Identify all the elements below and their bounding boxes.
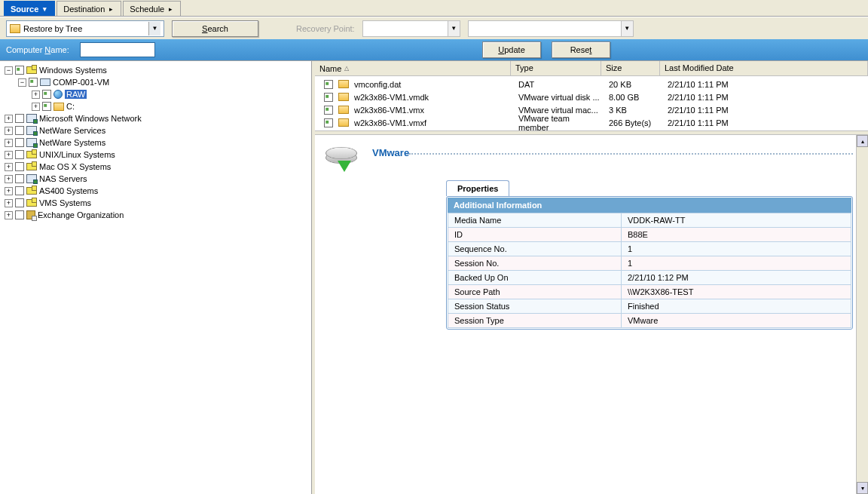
node-icon (26, 126, 37, 135)
checkbox[interactable] (42, 102, 51, 111)
property-key: Sequence No. (448, 242, 622, 256)
file-row[interactable]: vmconfig.datDAT20 KB2/21/10 1:11 PM (315, 78, 868, 91)
property-value: VMware (622, 314, 851, 328)
tab-source[interactable]: Source ▾ (4, 1, 55, 16)
checkbox[interactable] (15, 210, 24, 219)
col-type[interactable]: Type (511, 61, 601, 75)
tree-node[interactable]: +NetWare Services (2, 124, 310, 137)
checkbox[interactable] (15, 174, 24, 183)
node-icon (26, 163, 37, 170)
file-name: vmconfig.dat (354, 80, 401, 89)
tree-label: Microsoft Windows Network (39, 114, 142, 123)
tree-label: Windows Systems (39, 66, 107, 75)
expand-icon[interactable]: + (5, 187, 13, 195)
col-size[interactable]: Size (601, 61, 660, 75)
file-type: VMware virtual disk ... (514, 93, 604, 102)
restore-mode-combo[interactable]: Restore by Tree ▼ (6, 20, 164, 37)
property-key: Backed Up On (448, 271, 622, 285)
tree-label: UNIX/Linux Systems (39, 150, 115, 159)
tree-node[interactable]: +UNIX/Linux Systems (2, 149, 310, 161)
file-row[interactable]: w2k3x86-VM1.vmxfVMware team member266 By… (315, 116, 868, 129)
expand-icon[interactable]: + (5, 127, 13, 135)
tree-node-cdrive[interactable]: + C: (2, 100, 310, 112)
node-icon (26, 114, 37, 123)
file-icon (338, 93, 349, 101)
vertical-scrollbar[interactable]: ▴ ▾ (856, 135, 868, 494)
tab-properties[interactable]: Properties (446, 180, 509, 196)
file-row[interactable]: w2k3x86-VM1.vmdkVMware virtual disk ...8… (315, 91, 868, 103)
tree-node[interactable]: +Exchange Organization (2, 209, 310, 221)
vmware-disk-icon (321, 140, 366, 176)
file-date: 2/21/10 1:11 PM (663, 106, 868, 115)
checkbox[interactable] (15, 150, 24, 159)
file-size: 8.00 GB (604, 93, 663, 102)
reset-button[interactable]: Reset (552, 41, 610, 58)
expand-icon[interactable]: + (5, 139, 13, 147)
property-value: 2/21/10 1:12 PM (622, 271, 851, 285)
dropdown-icon: ▼ (448, 21, 460, 36)
tree-label: C: (66, 102, 75, 111)
tree-node-comp[interactable]: − COMP-001-VM (2, 76, 310, 88)
checkbox[interactable] (29, 78, 38, 87)
collapse-icon[interactable]: − (5, 66, 13, 75)
expand-icon[interactable]: + (5, 199, 13, 207)
divider (409, 153, 853, 155)
expand-icon[interactable]: + (5, 211, 13, 219)
right-pane: Name △ Type Size Last Modified Date vmco… (315, 61, 868, 494)
file-icon (338, 106, 349, 114)
toolbar: Restore by Tree ▼ Search Recovery Point:… (0, 17, 868, 39)
checkbox[interactable] (324, 93, 333, 102)
tree-node[interactable]: +NAS Servers (2, 173, 310, 185)
tab-destination[interactable]: Destination ▸ (57, 1, 121, 16)
expand-icon[interactable]: + (5, 175, 13, 183)
checkbox[interactable] (15, 138, 24, 147)
checkbox[interactable] (42, 90, 51, 99)
chevron-right-icon: ▸ (169, 5, 173, 13)
property-value: 1 (622, 256, 851, 271)
computer-name-input[interactable] (80, 42, 155, 57)
checkbox[interactable] (15, 162, 24, 171)
scroll-down-icon[interactable]: ▾ (857, 482, 868, 494)
tree-label: NetWare Services (39, 126, 105, 135)
dropdown-icon: ▼ (148, 22, 160, 35)
checkbox[interactable] (15, 198, 24, 207)
tree-label: VMS Systems (39, 198, 91, 207)
expand-icon[interactable]: + (32, 91, 40, 99)
expand-icon[interactable]: + (5, 115, 13, 123)
search-button[interactable]: Search (172, 20, 258, 37)
tree-node-windows-systems[interactable]: − Windows Systems (2, 64, 310, 76)
tree-node[interactable]: +VMS Systems (2, 197, 310, 209)
checkbox[interactable] (15, 126, 24, 135)
update-button[interactable]: Update (482, 41, 541, 58)
checkbox[interactable] (15, 66, 24, 75)
scroll-up-icon[interactable]: ▴ (857, 135, 868, 147)
checkbox[interactable] (324, 118, 333, 127)
tree-label: NetWare Systems (39, 138, 105, 147)
checkbox[interactable] (15, 186, 24, 195)
recovery-time-combo[interactable]: ▼ (468, 20, 634, 37)
expand-icon[interactable]: + (5, 163, 13, 171)
recovery-point-combo[interactable]: ▼ (362, 20, 460, 37)
tree-label: NAS Servers (39, 174, 87, 183)
col-date[interactable]: Last Modified Date (660, 61, 868, 75)
property-key: ID (448, 228, 622, 242)
file-icon (338, 118, 349, 127)
checkbox[interactable] (15, 114, 24, 123)
tree-node[interactable]: +Mac OS X Systems (2, 161, 310, 173)
properties-table: Media NameVDDK-RAW-TTIDB88ESequence No.1… (448, 213, 851, 328)
expand-icon[interactable]: + (5, 151, 13, 159)
tab-label: Schedule (130, 5, 164, 14)
tree-node[interactable]: +NetWare Systems (2, 137, 310, 149)
tree-node[interactable]: +AS400 Systems (2, 185, 310, 197)
collapse-icon[interactable]: − (18, 78, 26, 87)
checkbox[interactable] (324, 80, 333, 89)
col-name[interactable]: Name △ (315, 61, 511, 75)
expand-icon[interactable]: + (32, 103, 40, 111)
tree-node-raw[interactable]: + RAW (2, 88, 310, 100)
dropdown-icon: ▼ (621, 21, 633, 36)
tree-node[interactable]: +Microsoft Windows Network (2, 112, 310, 124)
node-icon (26, 174, 37, 183)
tree-label: Mac OS X Systems (39, 162, 111, 171)
checkbox[interactable] (324, 106, 333, 115)
tab-schedule[interactable]: Schedule ▸ (123, 1, 181, 16)
